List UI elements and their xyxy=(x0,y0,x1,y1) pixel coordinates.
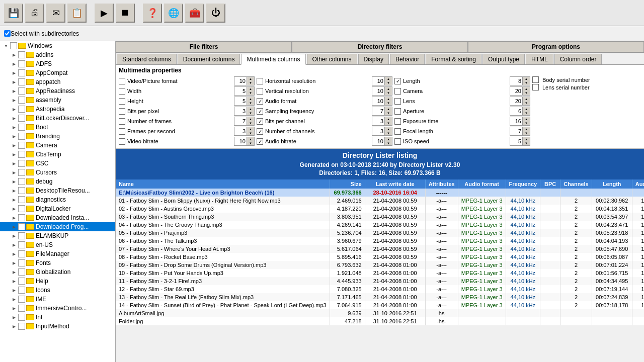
prop-spin-input[interactable] xyxy=(510,107,522,115)
table-row[interactable]: 13 - Fatboy Slim - The Real Life (Fatboy… xyxy=(116,293,644,301)
tree-checkbox[interactable] xyxy=(18,178,25,185)
tree-checkbox[interactable] xyxy=(10,42,17,49)
prop-spin-input[interactable] xyxy=(234,97,247,105)
tree-item-downloaded-prog...[interactable]: ▶Downloaded Prog... xyxy=(0,222,115,231)
table-row[interactable]: 02 - Fatboy Slim - Austins Groove.mp34.1… xyxy=(116,205,644,213)
tree-checkbox[interactable] xyxy=(18,169,25,176)
tree-item-ime[interactable]: ▶IME xyxy=(0,295,115,304)
prop-checkbox[interactable] xyxy=(119,138,125,145)
table-row[interactable]: 01 - Fatboy Slim - Born Slippy (Nuxx) - … xyxy=(116,197,644,205)
tab-standard-columns[interactable]: Standard columns xyxy=(117,54,177,64)
tree-item-bitlockerdiscover...[interactable]: ▶BitLockerDiscover... xyxy=(0,114,115,123)
expand-icon[interactable]: ▶ xyxy=(10,241,18,249)
spin-up[interactable]: ▲ xyxy=(385,87,392,91)
expand-icon[interactable]: ▶ xyxy=(10,277,18,285)
spin-up[interactable]: ▲ xyxy=(523,77,530,81)
spin-down[interactable]: ▼ xyxy=(523,131,530,135)
prop-checkbox[interactable]: ✓ xyxy=(257,108,263,115)
tree-checkbox[interactable] xyxy=(18,223,25,230)
prop-spin-input[interactable] xyxy=(372,127,384,135)
tree-item-desktoptileresou...[interactable]: ▶DesktopTileResou... xyxy=(0,186,115,195)
tree-checkbox[interactable] xyxy=(18,187,25,194)
prop-spinbox[interactable]: ▲▼ xyxy=(372,86,392,96)
tree-item-help[interactable]: ▶Help xyxy=(0,277,115,286)
prop-checkbox[interactable] xyxy=(119,128,125,135)
expand-icon[interactable]: ▶ xyxy=(10,205,18,213)
subdirectories-label[interactable]: Select with subdirectories xyxy=(11,30,79,37)
spin-up[interactable]: ▲ xyxy=(385,97,392,101)
tree-checkbox[interactable] xyxy=(18,133,25,140)
tree-item-icons[interactable]: ▶Icons xyxy=(0,286,115,295)
prop-spinbox[interactable]: ▲▼ xyxy=(372,97,392,106)
spin-up[interactable]: ▲ xyxy=(523,137,530,141)
prop-checkbox[interactable]: ✓ xyxy=(257,118,263,125)
expand-icon[interactable]: ▶ xyxy=(10,78,18,86)
www-button[interactable]: 🌐 xyxy=(164,4,183,23)
table-row[interactable]: 06 - Fatboy Slim - The Talk.mp33.960.679… xyxy=(116,237,644,245)
prop-spin-input[interactable] xyxy=(510,77,522,85)
prop-spin-input[interactable] xyxy=(372,117,384,125)
tree-checkbox[interactable] xyxy=(18,87,25,95)
expand-icon[interactable]: ▶ xyxy=(10,87,18,95)
tree-checkbox[interactable] xyxy=(18,78,25,85)
spin-up[interactable]: ▲ xyxy=(247,77,254,81)
prop-spin-input[interactable] xyxy=(510,87,522,95)
tab-multimedia-columns[interactable]: Multimedia columns xyxy=(241,54,305,65)
spin-down[interactable]: ▼ xyxy=(385,101,392,105)
expand-icon[interactable]: ▶ xyxy=(10,114,18,122)
expand-icon[interactable]: ▶ xyxy=(10,268,18,276)
spin-down[interactable]: ▼ xyxy=(385,141,392,145)
prop-spinbox[interactable]: ▲▼ xyxy=(510,107,530,116)
spin-down[interactable]: ▼ xyxy=(247,111,254,115)
tree-checkbox[interactable] xyxy=(18,205,25,212)
tree-item-csc[interactable]: ▶CSC xyxy=(0,159,115,168)
prop-spinbox[interactable]: ▲▼ xyxy=(234,86,255,96)
prop-spinbox[interactable]: ▲▼ xyxy=(234,107,255,116)
prop-spin-input[interactable] xyxy=(372,137,384,145)
expand-icon[interactable]: ▶ xyxy=(10,304,18,312)
tree-item-apppatch[interactable]: ▶apppatch xyxy=(0,77,115,86)
prop-checkbox[interactable] xyxy=(394,108,401,115)
tree-item-adfs[interactable]: ▶ADFS xyxy=(0,59,115,68)
prop-checkbox[interactable] xyxy=(119,108,125,115)
tree-item-immersivecontro...[interactable]: ▶ImmersiveContro... xyxy=(0,304,115,313)
tab-display[interactable]: Display xyxy=(358,54,389,64)
prop-spinbox[interactable]: ▲▼ xyxy=(372,76,392,85)
print-button[interactable]: 🖨 xyxy=(25,4,44,23)
expand-icon[interactable]: ▶ xyxy=(10,69,18,77)
prop-checkbox[interactable] xyxy=(119,88,125,95)
prop-spinbox[interactable]: ▲▼ xyxy=(372,117,392,126)
table-row[interactable]: 08 - Fatboy Slim - Rocket Base.mp35.895.… xyxy=(116,253,644,261)
tree-item-camera[interactable]: ▶Camera xyxy=(0,141,115,150)
tree-checkbox[interactable] xyxy=(18,51,25,58)
tree-checkbox[interactable] xyxy=(18,287,25,294)
table-row[interactable]: 14 - Fatboy Slim - Sunset (Bird of Prey)… xyxy=(116,301,644,309)
spin-up[interactable]: ▲ xyxy=(247,97,254,101)
spin-down[interactable]: ▼ xyxy=(523,141,530,145)
prop-checkbox[interactable] xyxy=(394,88,401,95)
prop-spinbox[interactable]: ▲▼ xyxy=(234,76,255,85)
prop-spin-input[interactable] xyxy=(372,97,384,105)
spin-down[interactable]: ▼ xyxy=(385,111,392,115)
tree-checkbox[interactable] xyxy=(18,196,25,203)
prop-checkbox[interactable] xyxy=(119,78,125,84)
stop-button[interactable]: ⏹ xyxy=(116,4,135,23)
expand-icon[interactable]: ▶ xyxy=(10,141,18,149)
listing-table-wrapper[interactable]: Name Size Last write date Attributes Aud… xyxy=(116,179,644,362)
prop-spinbox[interactable]: ▲▼ xyxy=(372,127,392,136)
tab-file-filters[interactable]: File filters xyxy=(116,41,292,52)
tree-item-inf[interactable]: ▶Inf xyxy=(0,313,115,322)
prop-checkbox[interactable] xyxy=(532,76,539,83)
tree-item-windows[interactable]: ▼Windows xyxy=(0,41,115,50)
prop-spin-input[interactable] xyxy=(372,107,384,115)
prop-spin-input[interactable] xyxy=(510,137,522,145)
prop-checkbox[interactable] xyxy=(394,98,401,105)
spin-down[interactable]: ▼ xyxy=(385,121,392,125)
prop-spin-input[interactable] xyxy=(510,117,522,125)
spin-down[interactable]: ▼ xyxy=(247,81,254,85)
table-row[interactable]: 10 - Fatboy Slim - Put Your Hands Up.mp3… xyxy=(116,269,644,277)
tab-output-type[interactable]: Output type xyxy=(482,54,525,64)
expand-icon[interactable]: ▶ xyxy=(10,159,18,167)
spin-up[interactable]: ▲ xyxy=(247,127,254,131)
tree-item-globalization[interactable]: ▶Globalization xyxy=(0,267,115,277)
